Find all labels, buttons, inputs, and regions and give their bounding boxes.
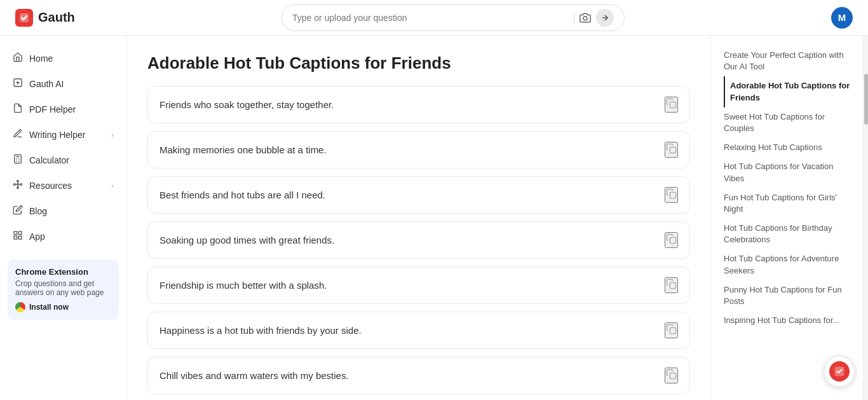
sidebar-label-resources: Resources <box>29 181 72 191</box>
toc-item-vacation[interactable]: Hot Tub Captions for Vacation Vibes <box>724 157 850 188</box>
sidebar-item-blog[interactable]: Blog <box>0 198 126 224</box>
logo-icon <box>15 9 33 27</box>
svg-point-1 <box>583 16 587 20</box>
caption-text: Friends who soak together, stay together… <box>159 99 334 110</box>
calculator-icon <box>13 154 23 167</box>
svg-point-14 <box>20 184 22 186</box>
copy-button[interactable] <box>665 368 678 383</box>
caption-text: Making memories one bubble at a time. <box>159 144 327 155</box>
caption-card: Friends who soak together, stay together… <box>147 86 690 123</box>
search-input[interactable] <box>292 13 569 23</box>
writing-icon <box>13 128 23 141</box>
toc-item-birthday[interactable]: Hot Tub Captions for Birthday Celebratio… <box>724 219 850 249</box>
install-label: Install now <box>29 303 69 312</box>
caption-card: Chill vibes and warm waters with my best… <box>147 357 690 394</box>
toc-item-couples[interactable]: Sweet Hot Tub Captions for Couples <box>724 107 850 138</box>
svg-rect-30 <box>670 328 675 333</box>
sidebar-label-home: Home <box>29 53 53 64</box>
main-content: Adorable Hot Tub Captions for Friends Fr… <box>127 36 710 400</box>
app-icon <box>13 230 23 243</box>
svg-rect-28 <box>670 237 675 243</box>
caption-text: Friendship is much better with a splash. <box>159 280 327 291</box>
svg-point-16 <box>17 187 19 189</box>
logo[interactable]: Gauth <box>15 9 75 27</box>
svg-rect-26 <box>670 147 675 153</box>
writing-helper-arrow: › <box>111 131 114 139</box>
sidebar-item-pdf-helper[interactable]: PDF Helper <box>0 97 126 122</box>
caption-text: Happiness is a hot tub with friends by y… <box>159 325 362 336</box>
submit-button[interactable] <box>596 9 614 27</box>
caption-card: Making memories one bubble at a time. <box>147 131 690 169</box>
toc-item-relaxing[interactable]: Relaxing Hot Tub Captions <box>724 138 850 157</box>
caption-text: Soaking up good times with great friends… <box>159 235 334 245</box>
svg-point-15 <box>17 180 19 182</box>
sidebar-item-app[interactable]: App <box>0 224 126 249</box>
gauth-float-icon <box>829 361 850 382</box>
resources-arrow: › <box>111 182 114 190</box>
avatar[interactable]: M <box>831 7 853 29</box>
caption-text: Chill vibes and warm waters with my best… <box>159 370 349 381</box>
svg-point-13 <box>13 184 15 186</box>
logo-text: Gauth <box>38 10 75 25</box>
search-divider <box>574 12 574 24</box>
caption-card: Best friends and hot tubs are all I need… <box>147 176 690 214</box>
gauth-ai-icon <box>13 78 23 90</box>
copy-button[interactable] <box>665 187 678 203</box>
sidebar: Home Gauth AI PDF Helper Writing Helper … <box>0 36 127 400</box>
svg-rect-25 <box>670 102 675 107</box>
blog-icon <box>13 205 23 217</box>
caption-card: Friendship is much better with a splash. <box>147 266 690 304</box>
caption-text: Best friends and hot tubs are all I need… <box>159 190 325 200</box>
svg-rect-4 <box>15 155 22 163</box>
chrome-extension-box: Chrome Extension Crop questions and get … <box>8 259 119 320</box>
ext-title: Chrome Extension <box>15 267 111 277</box>
sidebar-item-calculator[interactable]: Calculator <box>0 148 126 173</box>
sidebar-item-resources[interactable]: Resources › <box>0 173 126 198</box>
copy-button[interactable] <box>665 232 678 248</box>
scrollbar-track[interactable] <box>863 36 868 400</box>
svg-point-12 <box>17 184 19 186</box>
toc-item-adventure[interactable]: Hot Tub Captions for Adventure Seekers <box>724 249 850 280</box>
sidebar-item-writing-helper[interactable]: Writing Helper › <box>0 122 126 148</box>
copy-button[interactable] <box>665 322 678 338</box>
svg-rect-22 <box>18 231 22 235</box>
caption-card: Happiness is a hot tub with friends by y… <box>147 312 690 349</box>
install-button[interactable]: Install now <box>15 302 69 312</box>
sidebar-label-gauth-ai: Gauth AI <box>29 79 64 89</box>
toc-item-inspiring[interactable]: Inspiring Hot Tub Captions for... <box>724 311 850 330</box>
svg-rect-24 <box>18 236 22 239</box>
svg-rect-29 <box>670 282 675 288</box>
scrollbar-thumb[interactable] <box>864 74 868 125</box>
search-bar <box>281 4 625 31</box>
svg-rect-31 <box>670 373 675 378</box>
resources-icon <box>13 179 23 192</box>
camera-button[interactable] <box>580 12 591 24</box>
sidebar-label-app: App <box>29 231 45 242</box>
copy-button[interactable] <box>665 277 678 293</box>
chrome-icon <box>15 302 25 312</box>
sidebar-label-calculator: Calculator <box>29 155 69 165</box>
sidebar-label-writing-helper: Writing Helper <box>29 130 85 140</box>
sidebar-label-blog: Blog <box>29 206 47 216</box>
toc-item-girls-night[interactable]: Fun Hot Tub Captions for Girls' Night <box>724 188 850 219</box>
toc-item-fun-posts[interactable]: Punny Hot Tub Captions for Fun Posts <box>724 280 850 311</box>
sidebar-item-home[interactable]: Home <box>0 46 126 71</box>
sidebar-label-pdf-helper: PDF Helper <box>29 104 76 114</box>
sidebar-item-gauth-ai[interactable]: Gauth AI <box>0 71 126 97</box>
svg-rect-21 <box>14 231 17 235</box>
body: Home Gauth AI PDF Helper Writing Helper … <box>0 36 868 400</box>
toc-item-friends[interactable]: Adorable Hot Tub Captions for Friends <box>724 76 850 107</box>
copy-button[interactable] <box>665 142 678 158</box>
table-of-contents: Create Your Perfect Caption with Our AI … <box>710 36 863 400</box>
toc-list: Create Your Perfect Caption with Our AI … <box>724 46 850 330</box>
gauth-float-button[interactable] <box>824 355 855 387</box>
header: Gauth M <box>0 0 868 36</box>
copy-button[interactable] <box>665 97 678 113</box>
caption-list: Friends who soak together, stay together… <box>147 86 690 400</box>
svg-rect-23 <box>14 236 17 239</box>
pdf-icon <box>13 103 23 116</box>
toc-item-ai-tool[interactable]: Create Your Perfect Caption with Our AI … <box>724 46 850 76</box>
page-title: Adorable Hot Tub Captions for Friends <box>147 53 690 73</box>
home-icon <box>13 52 23 65</box>
caption-card: Soaking up good times with great friends… <box>147 221 690 259</box>
